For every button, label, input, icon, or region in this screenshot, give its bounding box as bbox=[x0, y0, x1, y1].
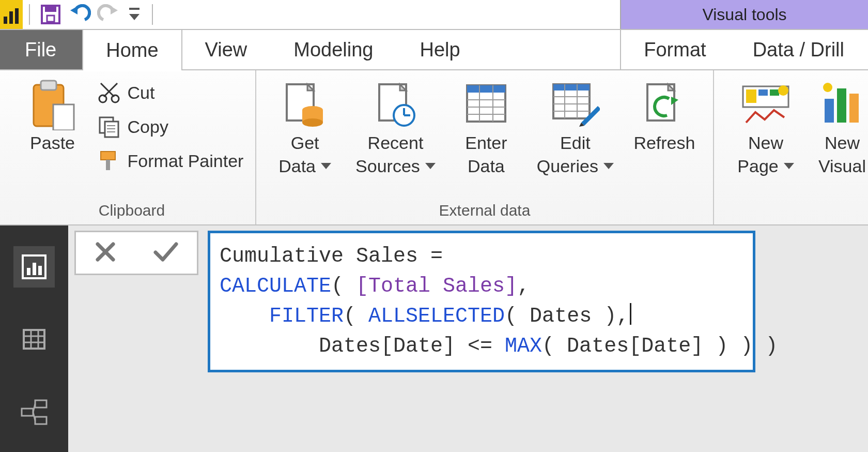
tab-datadrill[interactable]: Data / Drill bbox=[730, 30, 868, 69]
chevron-down-icon bbox=[784, 163, 794, 169]
recent-sources-button[interactable]: Recent Sources bbox=[355, 76, 436, 177]
svg-rect-42 bbox=[553, 84, 590, 91]
svg-rect-5 bbox=[47, 16, 54, 22]
tab-help[interactable]: Help bbox=[397, 30, 484, 69]
contextual-tab-header: Visual tools bbox=[620, 0, 868, 29]
commit-formula-button[interactable] bbox=[152, 240, 179, 266]
svg-rect-56 bbox=[770, 89, 779, 96]
powerbi-logo-icon bbox=[4, 8, 19, 24]
formula-bar-area: Cumulative Sales = CALCULATE( [Total Sal… bbox=[68, 225, 868, 452]
new-visual-label1: New bbox=[825, 132, 860, 154]
svg-point-57 bbox=[778, 85, 788, 96]
enter-data-button[interactable]: Enter Data bbox=[450, 76, 522, 177]
tab-view[interactable]: View bbox=[182, 30, 271, 69]
copy-icon bbox=[98, 115, 120, 138]
group-clipboard: Paste Cut bbox=[8, 70, 256, 224]
edit-queries-button[interactable]: Edit Queries bbox=[537, 76, 614, 177]
new-page-button[interactable]: New Page bbox=[730, 76, 802, 177]
recent-sources-icon bbox=[372, 81, 419, 128]
tab-file[interactable]: File bbox=[0, 30, 82, 69]
view-nav-rail bbox=[0, 225, 68, 452]
svg-line-75 bbox=[33, 412, 35, 420]
save-icon bbox=[40, 4, 61, 25]
cancel-formula-button[interactable] bbox=[94, 240, 117, 266]
svg-rect-55 bbox=[758, 89, 768, 96]
new-visual-icon bbox=[822, 81, 863, 128]
chevron-down-icon bbox=[128, 7, 141, 22]
formula-fn-allselected: ALLSELECTED bbox=[368, 305, 505, 328]
svg-rect-58 bbox=[825, 99, 834, 123]
tab-help-label: Help bbox=[420, 39, 460, 61]
ribbon-tabs: File Home View Modeling Help Format Data… bbox=[0, 29, 868, 70]
customize-qat-button[interactable] bbox=[125, 2, 144, 27]
refresh-label: Refresh bbox=[633, 132, 695, 154]
svg-rect-73 bbox=[35, 417, 47, 424]
group-external-data-label: External data bbox=[439, 199, 531, 222]
report-view-button[interactable] bbox=[13, 246, 55, 288]
paste-label: Paste bbox=[30, 132, 75, 154]
tab-datadrill-label: Data / Drill bbox=[753, 39, 844, 61]
data-view-button[interactable] bbox=[13, 319, 55, 360]
formula-text: ( Dates[Date] ) ) ) bbox=[542, 335, 778, 358]
svg-point-28 bbox=[302, 118, 323, 127]
check-icon bbox=[152, 240, 179, 264]
model-view-icon bbox=[20, 398, 49, 425]
svg-rect-65 bbox=[38, 266, 42, 275]
ribbon: Paste Cut bbox=[0, 70, 868, 225]
model-view-button[interactable] bbox=[13, 391, 55, 432]
svg-rect-60 bbox=[849, 94, 859, 123]
undo-button[interactable] bbox=[67, 2, 92, 27]
get-data-button[interactable]: Get Data bbox=[269, 76, 341, 177]
formula-text: ( bbox=[331, 275, 356, 298]
copy-button[interactable]: Copy bbox=[94, 110, 247, 144]
text-cursor bbox=[630, 303, 631, 325]
tab-home[interactable]: Home bbox=[82, 29, 182, 70]
formula-text: ( Dates ), bbox=[505, 305, 629, 328]
cut-button[interactable]: Cut bbox=[94, 76, 247, 110]
svg-rect-64 bbox=[33, 263, 36, 275]
quick-access-toolbar: Visual tools bbox=[0, 0, 868, 29]
svg-rect-1 bbox=[9, 11, 13, 24]
chevron-down-icon bbox=[603, 163, 614, 169]
format-painter-label: Format Painter bbox=[128, 151, 244, 171]
svg-rect-2 bbox=[15, 8, 19, 24]
svg-rect-35 bbox=[467, 85, 505, 93]
save-button[interactable] bbox=[38, 2, 63, 27]
tab-format[interactable]: Format bbox=[620, 30, 730, 69]
svg-marker-9 bbox=[129, 14, 140, 20]
enter-data-label1: Enter bbox=[465, 132, 507, 154]
svg-rect-23 bbox=[106, 160, 110, 170]
edit-queries-label2: Queries bbox=[537, 156, 598, 177]
recent-sources-label2: Sources bbox=[355, 156, 420, 177]
tab-modeling[interactable]: Modeling bbox=[271, 30, 397, 69]
group-external-data: Get Data Recent Sources bbox=[256, 70, 714, 224]
redo-button[interactable] bbox=[96, 2, 121, 27]
formula-text: ( bbox=[344, 305, 368, 328]
new-page-label1: New bbox=[748, 132, 783, 154]
get-data-label2: Data bbox=[278, 156, 316, 177]
svg-marker-6 bbox=[70, 6, 78, 14]
edit-queries-icon bbox=[550, 81, 600, 128]
chevron-down-icon bbox=[425, 163, 436, 169]
svg-marker-7 bbox=[111, 6, 118, 14]
paste-button[interactable]: Paste bbox=[24, 76, 81, 154]
tab-home-label: Home bbox=[106, 39, 158, 62]
formula-text: Cumulative Sales = bbox=[220, 245, 455, 268]
qat-separator bbox=[29, 4, 30, 25]
chevron-down-icon bbox=[321, 163, 331, 169]
app-logo bbox=[0, 0, 23, 29]
data-view-icon bbox=[21, 326, 48, 353]
svg-rect-63 bbox=[27, 268, 30, 275]
refresh-button[interactable]: Refresh bbox=[628, 76, 701, 177]
new-page-icon bbox=[740, 81, 792, 128]
tab-modeling-label: Modeling bbox=[293, 39, 373, 61]
formula-editor[interactable]: Cumulative Sales = CALCULATE( [Total Sal… bbox=[208, 231, 755, 372]
undo-icon bbox=[68, 4, 91, 25]
formula-fn-filter: FILTER bbox=[269, 305, 344, 328]
new-visual-button[interactable]: New Visual bbox=[816, 76, 868, 177]
tab-file-label: File bbox=[25, 39, 56, 61]
work-area: Cumulative Sales = CALCULATE( [Total Sal… bbox=[0, 225, 868, 452]
enter-data-icon bbox=[464, 82, 508, 127]
tab-format-label: Format bbox=[644, 39, 706, 61]
format-painter-button[interactable]: Format Painter bbox=[94, 144, 247, 178]
